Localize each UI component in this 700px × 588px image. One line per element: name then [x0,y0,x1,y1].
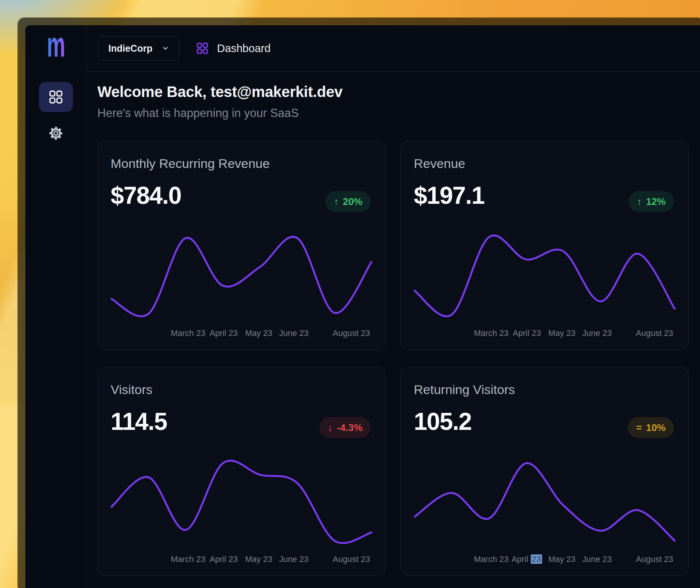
app-surface: m I [25,25,700,588]
x-tick-label: June 23 [279,554,308,564]
trend-value: 20% [343,196,362,208]
line-chart [414,449,675,551]
card-revenue: Revenue $197.1 ↑ 12% March 23April 23May… [401,141,689,350]
trend-badge: ↑ 20% [325,191,371,212]
x-tick-label: August 23 [333,328,370,338]
trend-value: 10% [646,422,666,434]
selected-text: 23 [530,554,542,564]
chart-line [111,237,372,316]
x-tick-label: August 23 [636,554,673,564]
welcome-heading: Welcome Back, test@makerkit.dev [97,83,700,100]
gear-icon [48,125,64,142]
trend-up-icon: ↑ [334,196,339,208]
workspace-name: IndieCorp [108,43,153,54]
chart-line [111,461,372,543]
x-tick-label: June 23 [582,554,612,564]
card-visitors: Visitors 114.5 ↓ -4.3% March 23April 23M… [97,367,385,576]
top-bar: IndieCorp Dashboard [87,25,700,72]
trend-up-icon: ↑ [637,196,642,208]
x-tick-label: April 23 [512,554,542,564]
x-tick-label: April 23 [513,328,541,338]
grid-icon [48,89,64,105]
x-tick-label: May 23 [245,328,272,338]
chart-line [415,463,675,540]
x-tick-label: April 23 [210,554,238,564]
x-tick-label: May 23 [245,554,272,564]
line-chart [414,223,675,325]
logo-m: m [47,33,65,57]
line-chart [111,223,372,325]
dashboard-grid-icon [195,41,210,55]
x-tick-label: June 23 [582,328,612,338]
x-axis-labels: March 23April 23May 23June 23August 23 [111,554,372,566]
sidebar: m [25,25,87,588]
card-returning-visitors: Returning Visitors 105.2 = 10% March 23A… [401,367,689,576]
app-window: m I [18,18,700,588]
app-logo: m [25,25,86,65]
x-tick-label: April 23 [210,328,238,338]
trend-badge: ↑ 12% [629,191,674,212]
x-axis-labels: March 23April 23May 23June 23August 23 [414,328,675,340]
x-tick-label: May 23 [548,554,575,564]
x-tick-label: March 23 [474,554,509,564]
x-tick-label: March 23 [171,328,205,338]
trend-badge: = 10% [628,417,674,438]
chevron-down-icon [162,45,169,52]
welcome-subheading: Here's what is happening in your SaaS [97,106,700,120]
chart-line [415,236,675,316]
stats-card-grid: Monthly Recurring Revenue $784.0 ↑ 20% M… [97,141,689,576]
line-chart [111,449,372,551]
card-title: Revenue [414,156,675,171]
x-tick-label: May 23 [548,328,575,338]
card-title: Visitors [111,382,372,397]
sidebar-item-dashboard[interactable] [39,82,73,112]
trend-flat-icon: = [636,422,642,434]
card-title: Monthly Recurring Revenue [111,156,372,171]
card-title: Returning Visitors [414,382,675,397]
trend-badge: ↓ -4.3% [319,417,371,438]
x-axis-labels: March 23April 23May 23June 23August 23 [111,328,372,340]
page-title: Dashboard [217,42,271,55]
page-content: Welcome Back, test@makerkit.dev Here's w… [87,72,700,588]
x-tick-label: August 23 [636,328,673,338]
sidebar-item-settings[interactable] [39,118,73,148]
x-tick-label: March 23 [171,554,205,564]
trend-value: 12% [646,196,666,208]
trend-down-icon: ↓ [328,422,333,434]
x-tick-label: June 23 [279,328,308,338]
x-tick-label: March 23 [474,328,509,338]
x-tick-label: August 23 [333,554,370,564]
x-axis-labels: March 23April 23May 23June 23August 23 [414,554,675,566]
workspace-selector-button[interactable]: IndieCorp [98,36,179,60]
card-monthly-recurring-revenue: Monthly Recurring Revenue $784.0 ↑ 20% M… [97,141,385,350]
trend-value: -4.3% [337,422,362,434]
